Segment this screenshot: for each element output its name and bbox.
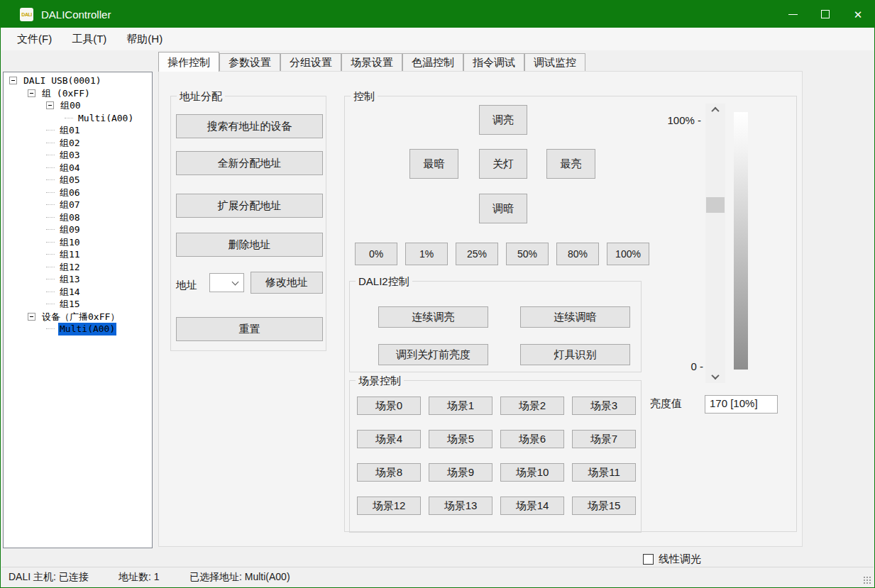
tree-item[interactable]: 组11 bbox=[4, 248, 152, 261]
scene-button-14[interactable]: 场景14 bbox=[500, 497, 564, 515]
scene-button-2[interactable]: 场景2 bbox=[500, 396, 564, 415]
resize-grip-icon[interactable] bbox=[864, 577, 871, 584]
tree-connector bbox=[46, 130, 55, 131]
scene-button-1[interactable]: 场景1 bbox=[429, 396, 492, 415]
close-button[interactable]: ✕ bbox=[842, 1, 874, 28]
percent-button-25[interactable]: 25% bbox=[456, 243, 498, 265]
dali2-button-3[interactable]: 灯具识别 bbox=[520, 344, 630, 365]
tree-item[interactable]: 组07 bbox=[4, 199, 152, 211]
lamp-off-button[interactable]: 关灯 bbox=[479, 149, 527, 179]
address-action-button-2[interactable]: 扩展分配地址 bbox=[176, 194, 323, 218]
modify-address-button[interactable]: 修改地址 bbox=[251, 272, 323, 294]
tree-item[interactable]: 组10 bbox=[4, 236, 152, 249]
tree-connector bbox=[46, 143, 55, 143]
scene-button-9[interactable]: 场景9 bbox=[429, 463, 492, 482]
menu-item-file[interactable]: 文件(F) bbox=[7, 29, 62, 50]
tree-item[interactable]: DALI USB(0001) bbox=[4, 74, 152, 87]
status-item-2: 已选择地址: Multi(A00) bbox=[189, 567, 290, 587]
tree-connector bbox=[46, 179, 55, 180]
tab-0[interactable]: 操作控制 bbox=[158, 52, 219, 72]
tree-item-label: 组14 bbox=[58, 286, 82, 299]
tree-item[interactable]: 组06 bbox=[4, 187, 152, 199]
scene-button-8[interactable]: 场景8 bbox=[357, 463, 421, 482]
tab-3[interactable]: 场景设置 bbox=[341, 53, 402, 72]
menu-item-tools[interactable]: 工具(T) bbox=[62, 29, 116, 50]
percent-button-1[interactable]: 1% bbox=[405, 243, 448, 265]
window-controls: ✕ bbox=[776, 1, 874, 28]
scene-button-11[interactable]: 场景11 bbox=[572, 463, 636, 482]
device-tree[interactable]: DALI USB(0001)组 (0xFF)组00Multi(A00)组01组0… bbox=[3, 72, 153, 548]
scene-button-10[interactable]: 场景10 bbox=[500, 463, 564, 482]
tree-item[interactable]: 设备（广播0xFF） bbox=[4, 311, 152, 323]
scrollbar-down-button[interactable] bbox=[705, 370, 725, 383]
tree-connector bbox=[46, 155, 55, 155]
status-item-0: DALI 主机: 已连接 bbox=[9, 567, 89, 587]
tree-item[interactable]: 组02 bbox=[4, 137, 152, 150]
tab-1[interactable]: 参数设置 bbox=[219, 53, 280, 72]
tree-item[interactable]: 组04 bbox=[4, 162, 152, 174]
scene-button-7[interactable]: 场景7 bbox=[572, 430, 636, 448]
brightness-scrollbar[interactable] bbox=[705, 104, 725, 383]
address-action-button-3[interactable]: 删除地址 bbox=[176, 233, 323, 257]
scrollbar-thumb[interactable] bbox=[706, 197, 725, 213]
dali2-button-1[interactable]: 连续调暗 bbox=[520, 306, 630, 328]
reset-button[interactable]: 重置 bbox=[176, 317, 323, 341]
menu-item-help[interactable]: 帮助(H) bbox=[116, 29, 172, 50]
percent-button-50[interactable]: 50% bbox=[506, 243, 549, 265]
min-brightness-button[interactable]: 最暗 bbox=[409, 149, 458, 179]
scene-button-6[interactable]: 场景6 bbox=[500, 430, 564, 448]
tree-item[interactable]: 组00 bbox=[4, 99, 152, 112]
address-action-button-1[interactable]: 全新分配地址 bbox=[176, 151, 323, 175]
tree-expander-icon[interactable] bbox=[28, 89, 35, 97]
tree-item[interactable]: 组13 bbox=[4, 273, 152, 286]
dali2-button-2[interactable]: 调到关灯前亮度 bbox=[378, 344, 488, 365]
tree-item[interactable]: 组15 bbox=[4, 298, 152, 311]
scene-button-4[interactable]: 场景4 bbox=[357, 430, 421, 448]
tree-expander-icon[interactable] bbox=[46, 101, 54, 109]
tree-item[interactable]: Multi(A00) bbox=[4, 112, 152, 125]
scene-button-15[interactable]: 场景15 bbox=[572, 497, 636, 515]
linear-dimming-checkbox-row[interactable]: 线性调光 bbox=[643, 553, 701, 566]
dim-up-button[interactable]: 调亮 bbox=[479, 105, 527, 135]
tree-item[interactable]: 组03 bbox=[4, 149, 152, 162]
tree-item[interactable]: Multi(A00) bbox=[4, 323, 152, 335]
linear-dimming-checkbox[interactable] bbox=[643, 554, 654, 565]
tree-connector bbox=[46, 279, 55, 279]
tree-item[interactable]: 组08 bbox=[4, 211, 152, 224]
scene-button-13[interactable]: 场景13 bbox=[429, 497, 492, 515]
tree-item-label: 组00 bbox=[59, 99, 82, 112]
percent-button-0[interactable]: 0% bbox=[355, 243, 397, 265]
tree-connector bbox=[65, 118, 73, 118]
tree-item[interactable]: 组01 bbox=[4, 124, 152, 137]
scrollbar-up-button[interactable] bbox=[705, 104, 725, 116]
maximize-button[interactable] bbox=[809, 1, 842, 28]
tree-item[interactable]: 组 (0xFF) bbox=[4, 87, 152, 100]
dim-down-button[interactable]: 调暗 bbox=[479, 194, 527, 223]
tree-expander-icon[interactable] bbox=[28, 313, 35, 321]
scene-button-5[interactable]: 场景5 bbox=[429, 430, 492, 448]
minimize-button[interactable] bbox=[776, 1, 809, 28]
tree-connector bbox=[46, 254, 55, 255]
tree-expander-icon[interactable] bbox=[9, 77, 17, 84]
percent-button-100[interactable]: 100% bbox=[607, 243, 649, 265]
scene-button-0[interactable]: 场景0 bbox=[357, 396, 421, 415]
tab-4[interactable]: 色温控制 bbox=[402, 53, 463, 72]
tree-item-label: 组11 bbox=[58, 248, 82, 261]
tree-item[interactable]: 组14 bbox=[4, 286, 152, 299]
scene-button-3[interactable]: 场景3 bbox=[572, 396, 636, 415]
max-brightness-button[interactable]: 最亮 bbox=[546, 149, 595, 179]
percent-button-80[interactable]: 80% bbox=[556, 243, 599, 265]
tab-5[interactable]: 指令调试 bbox=[463, 53, 524, 72]
tree-item[interactable]: 组09 bbox=[4, 223, 152, 236]
tab-2[interactable]: 分组设置 bbox=[280, 53, 341, 72]
tree-item-label: 组10 bbox=[58, 236, 82, 249]
address-combobox[interactable] bbox=[209, 273, 244, 292]
scene-button-12[interactable]: 场景12 bbox=[357, 497, 421, 515]
dali2-button-0[interactable]: 连续调亮 bbox=[378, 306, 488, 328]
tree-item[interactable]: 组12 bbox=[4, 261, 152, 274]
address-action-button-0[interactable]: 搜索有地址的设备 bbox=[176, 114, 323, 138]
tree-item[interactable]: 组05 bbox=[4, 174, 152, 187]
tab-6[interactable]: 调试监控 bbox=[524, 53, 585, 72]
tab-page-operation-control: 地址分配 搜索有地址的设备全新分配地址扩展分配地址删除地址 地址 修改地址 重置… bbox=[158, 71, 803, 547]
brightness-value-field[interactable]: 170 [10%] bbox=[705, 395, 778, 414]
